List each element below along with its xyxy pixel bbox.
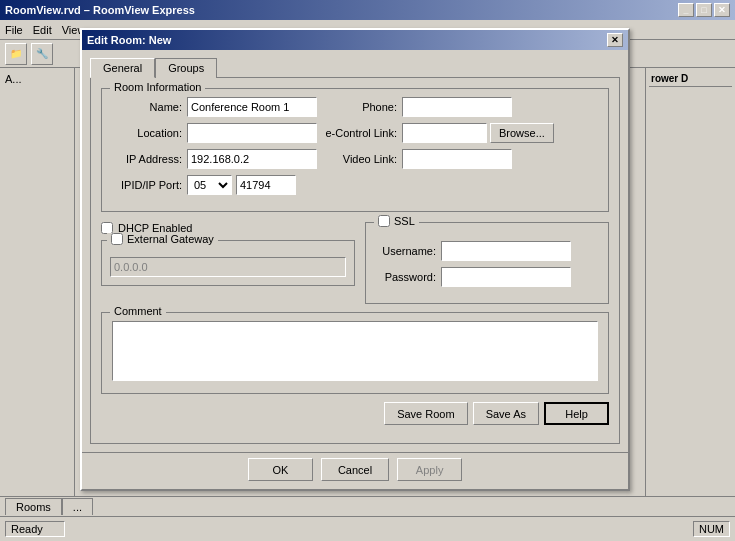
- toolbar-btn-2[interactable]: 🔧: [31, 43, 53, 65]
- cancel-button[interactable]: Cancel: [321, 458, 389, 481]
- room-info-title: Room Information: [110, 81, 205, 93]
- video-input[interactable]: [402, 149, 512, 169]
- num-indicator: NUM: [693, 521, 730, 537]
- econtrol-label: e-Control Link:: [317, 127, 402, 139]
- ok-button[interactable]: OK: [248, 458, 313, 481]
- dialog-footer: OK Cancel Apply: [82, 452, 628, 489]
- sidebar-item-label: A...: [5, 73, 22, 85]
- help-button[interactable]: Help: [544, 402, 609, 425]
- phone-label: Phone:: [317, 101, 402, 113]
- ext-gateway-ip[interactable]: [110, 257, 346, 277]
- external-gateway-group: External Gateway: [101, 240, 355, 286]
- username-row: Username:: [376, 241, 598, 261]
- ssl-label: SSL: [394, 215, 415, 227]
- username-label: Username:: [376, 245, 441, 257]
- sidebar-item-a[interactable]: A...: [3, 71, 71, 87]
- tab-groups[interactable]: Groups: [155, 58, 217, 78]
- tab-general-content: Room Information Name: Phone: Location: …: [90, 77, 620, 444]
- menu-edit[interactable]: Edit: [33, 24, 52, 36]
- password-row: Password:: [376, 267, 598, 287]
- location-input[interactable]: [187, 123, 317, 143]
- dialog-tabs: General Groups: [90, 58, 620, 78]
- tab-more[interactable]: ...: [62, 498, 93, 515]
- ipid-row: IPID/IP Port: 01020304 0506: [112, 175, 598, 195]
- dialog-body: General Groups Room Information Name: Ph…: [82, 50, 628, 452]
- video-label: Video Link:: [317, 153, 402, 165]
- apply-button[interactable]: Apply: [397, 458, 462, 481]
- location-label: Location:: [112, 127, 187, 139]
- action-buttons: Save Room Save As Help: [101, 402, 609, 425]
- dialog-close-button[interactable]: ✕: [607, 33, 623, 47]
- ssl-title: SSL: [374, 215, 419, 227]
- comment-group: Comment: [101, 312, 609, 394]
- menu-file[interactable]: File: [5, 24, 23, 36]
- password-input[interactable]: [441, 267, 571, 287]
- right-section: SSL Username: Password:: [365, 222, 609, 304]
- name-label: Name:: [112, 101, 187, 113]
- right-panel-header: rower D: [649, 71, 732, 87]
- save-as-button[interactable]: Save As: [473, 402, 539, 425]
- bottom-tabs: Rooms ...: [0, 496, 735, 516]
- minimize-button[interactable]: _: [678, 3, 694, 17]
- edit-room-dialog: Edit Room: New ✕ General Groups Room Inf…: [80, 28, 630, 491]
- comment-textarea[interactable]: [112, 321, 598, 381]
- ssl-group: SSL Username: Password:: [365, 222, 609, 304]
- name-phone-row: Name: Phone:: [112, 97, 598, 117]
- left-section: DHCP Enabled External Gateway: [101, 222, 355, 304]
- username-input[interactable]: [441, 241, 571, 261]
- ipid-label: IPID/IP Port:: [112, 179, 187, 191]
- econtrol-input[interactable]: [402, 123, 487, 143]
- phone-input[interactable]: [402, 97, 512, 117]
- location-econtrol-row: Location: e-Control Link: Browse...: [112, 123, 598, 143]
- name-input[interactable]: [187, 97, 317, 117]
- dialog-title: Edit Room: New: [87, 34, 171, 46]
- bg-titlebar-buttons: _ □ ✕: [678, 3, 730, 17]
- statusbar: Ready NUM: [0, 516, 735, 541]
- bg-titlebar: RoomView.rvd – RoomView Express _ □ ✕: [0, 0, 735, 20]
- ipid-select[interactable]: 01020304 0506: [187, 175, 232, 195]
- tab-rooms[interactable]: Rooms: [5, 498, 62, 515]
- ip-video-row: IP Address: Video Link:: [112, 149, 598, 169]
- bottom-section: DHCP Enabled External Gateway: [101, 222, 609, 304]
- room-info-group: Room Information Name: Phone: Location: …: [101, 88, 609, 212]
- right-panel: rower D: [645, 68, 735, 516]
- bg-title: RoomView.rvd – RoomView Express: [5, 4, 195, 16]
- save-room-button[interactable]: Save Room: [384, 402, 467, 425]
- dialog-titlebar: Edit Room: New ✕: [82, 30, 628, 50]
- ext-gateway-label: External Gateway: [127, 233, 214, 245]
- browse-button[interactable]: Browse...: [490, 123, 554, 143]
- ssl-checkbox[interactable]: [378, 215, 390, 227]
- close-button[interactable]: ✕: [714, 3, 730, 17]
- status-text: Ready: [5, 521, 65, 537]
- password-label: Password:: [376, 271, 441, 283]
- ip-input[interactable]: [187, 149, 317, 169]
- tab-general[interactable]: General: [90, 58, 155, 78]
- comment-title: Comment: [110, 305, 166, 317]
- sidebar: A...: [0, 68, 75, 516]
- port-input[interactable]: [236, 175, 296, 195]
- maximize-button[interactable]: □: [696, 3, 712, 17]
- toolbar-btn-1[interactable]: 📁: [5, 43, 27, 65]
- ip-label: IP Address:: [112, 153, 187, 165]
- ext-gateway-title: External Gateway: [107, 233, 218, 245]
- ext-gateway-checkbox[interactable]: [111, 233, 123, 245]
